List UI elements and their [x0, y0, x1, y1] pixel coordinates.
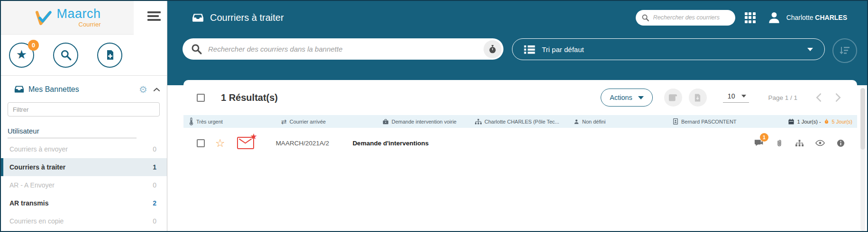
sort-select[interactable]: Tri par défaut: [512, 38, 825, 60]
new-mail-star-icon: ★: [250, 133, 257, 141]
column-doctype: Demande intervention voirie: [383, 115, 457, 128]
sidebar-item-courriers-a-envoyer[interactable]: Courriers à envoyer 0: [1, 140, 167, 158]
sort-label: Tri par défaut: [542, 45, 584, 54]
header-band: Courriers à traiter Charlotte C: [167, 1, 867, 85]
sort-order-button[interactable]: [832, 38, 857, 63]
chevron-up-icon[interactable]: [153, 87, 160, 92]
page-size-value: 10: [728, 92, 735, 100]
sidebar-item-ar-a-envoyer[interactable]: AR - A Envoyer 0: [1, 176, 167, 194]
brand-product: Courrier: [79, 21, 101, 27]
results-controls: Actions 10: [601, 89, 845, 107]
search-icon: [191, 43, 202, 55]
select-all-checkbox[interactable]: [197, 94, 205, 102]
exchange-icon: ⇄: [281, 118, 287, 125]
mail-row[interactable]: ☆ ★ MAARCH/2021A/2 Demande d'interventio…: [183, 128, 857, 158]
basket-count: 0: [153, 217, 156, 225]
delay-normal-label: 1 Jour(s) -: [797, 119, 821, 125]
basket-search: [183, 38, 503, 60]
basket-count: 0: [153, 181, 156, 189]
column-priority: Très urgent: [189, 115, 223, 128]
eye-icon[interactable]: [815, 140, 825, 146]
menu-hamburger-icon[interactable]: [147, 11, 161, 21]
row-checkbox[interactable]: [197, 139, 205, 147]
sidebar-item-ar-transmis[interactable]: AR transmis 2: [1, 194, 167, 212]
favorites-button[interactable]: ★ 0: [9, 43, 34, 68]
column-label: Bernard PASCONTENT: [681, 119, 737, 125]
column-category: ⇄ Courrier arrivée: [281, 115, 326, 128]
filter-input[interactable]: [8, 102, 160, 116]
top-header: Courriers à traiter Charlotte C: [167, 1, 867, 34]
global-search-input[interactable]: [653, 14, 730, 21]
logo-row: Maarch Courrier: [1, 1, 167, 35]
scrollbar[interactable]: [860, 88, 865, 231]
column-user: Non défini: [574, 115, 606, 128]
page-title-group: Courriers à traiter: [192, 12, 284, 24]
apps-grid-icon[interactable]: [745, 12, 756, 23]
maarch-logo[interactable]: Maarch Courrier: [1, 1, 134, 35]
maarch-logo-mark-icon: [34, 8, 53, 27]
calendar-icon: [788, 119, 794, 125]
scroll-icon: [668, 94, 677, 101]
main-area: Courriers à traiter Charlotte C: [167, 1, 867, 231]
sidebar-item-courriers-en-copie[interactable]: Courriers en copie 0: [1, 212, 167, 230]
mail-subject[interactable]: Demande d'interventions: [353, 140, 429, 147]
basket-label: AR - A Envoyer: [9, 181, 153, 189]
briefcase-icon: [383, 119, 389, 125]
thermometer-icon: [189, 117, 193, 125]
actions-button[interactable]: Actions: [601, 89, 653, 107]
export-button[interactable]: [689, 89, 707, 107]
bannettes-header: Mes Bannettes ⚙: [14, 84, 160, 94]
basket-label: Courriers à traiter: [9, 163, 153, 171]
column-contact: Bernard PASCONTENT: [673, 115, 737, 128]
chrono-filter-button[interactable]: [484, 40, 502, 58]
scrollbar-thumb[interactable]: [860, 88, 865, 150]
sitemap-icon: [475, 119, 482, 125]
user-menu[interactable]: Charlotte CHARLES: [767, 10, 847, 25]
mail-reference[interactable]: MAARCH/2021A/2: [276, 140, 340, 147]
basket-label: Courriers en copie: [9, 217, 153, 225]
row-actions: 1: [754, 139, 845, 148]
basket-search-input[interactable]: [208, 45, 478, 53]
user-icon: [574, 119, 579, 125]
sidebar-item-courriers-a-traiter[interactable]: Courriers à traiter 1: [1, 158, 167, 176]
page-title: Courriers à traiter: [210, 12, 284, 23]
results-card: 1 Résultat(s) Actions: [183, 80, 857, 231]
comments-icon[interactable]: 1: [754, 139, 763, 147]
next-page-button[interactable]: [831, 91, 845, 104]
search-button[interactable]: [53, 43, 78, 68]
search-icon: [641, 14, 649, 22]
favorites-badge: 0: [28, 40, 39, 51]
column-label: Charlotte CHARLES (Pôle Tec...: [484, 119, 559, 125]
gear-icon[interactable]: ⚙: [139, 85, 147, 94]
unread-mail-icon[interactable]: ★: [237, 137, 254, 149]
inbox-icon: [14, 84, 24, 94]
column-label: Demande intervention voirie: [392, 119, 457, 125]
basket-list: Courriers à envoyer 0 Courriers à traite…: [1, 140, 167, 230]
inbox-icon: [192, 12, 204, 24]
previous-page-button[interactable]: [812, 91, 825, 104]
page-size-select[interactable]: 10: [723, 92, 749, 103]
basket-count: 2: [153, 199, 156, 207]
stopwatch-icon: [824, 119, 829, 124]
add-document-button[interactable]: [97, 43, 122, 68]
comments-badge: 1: [760, 133, 768, 142]
follow-star-icon[interactable]: ☆: [215, 138, 225, 149]
info-icon[interactable]: [837, 139, 845, 147]
column-label: Courrier arrivée: [290, 119, 326, 125]
star-icon: ★: [16, 48, 27, 62]
maarch-app-window: Maarch Courrier ★ 0: [0, 0, 868, 232]
group-title: Utilisateur: [8, 127, 137, 138]
page-indicator: Page 1 / 1: [768, 94, 797, 101]
global-search: [636, 10, 735, 26]
toolbar: Tri par défaut: [167, 34, 867, 63]
paperclip-icon[interactable]: [775, 139, 784, 148]
header-right: Charlotte CHARLES: [636, 10, 847, 26]
column-label: Non défini: [582, 119, 606, 125]
sitemap-icon[interactable]: [795, 140, 804, 147]
list-icon: [524, 45, 535, 54]
user-name: Charlotte CHARLES: [786, 14, 847, 21]
table-header: Très urgent ⇄ Courrier arrivée Demande i…: [183, 115, 857, 128]
summary-sheet-button[interactable]: [664, 89, 682, 107]
basket-count: 0: [153, 145, 156, 153]
caret-down-icon: [807, 48, 813, 51]
